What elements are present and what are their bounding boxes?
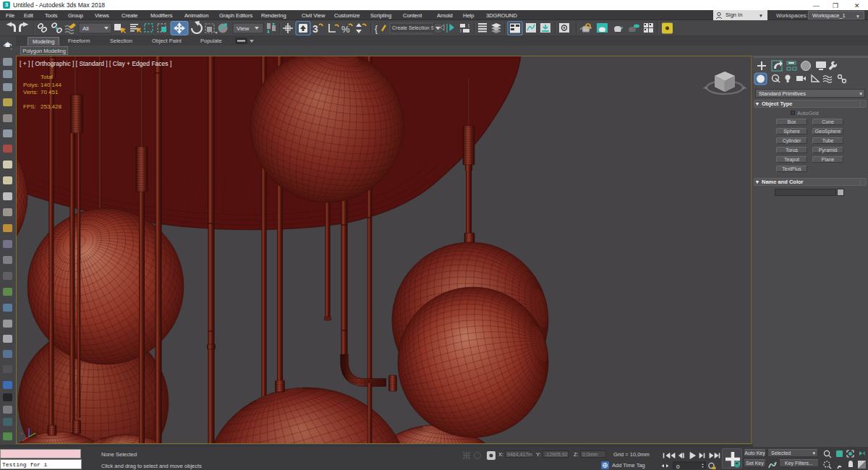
svg-text:View: View (237, 25, 249, 32)
svg-text:x: x (20, 431, 22, 435)
svg-text:70 451: 70 451 (41, 89, 59, 95)
svg-text:{: { (375, 24, 378, 34)
svg-text:253,428: 253,428 (41, 103, 61, 110)
svg-text:0: 0 (676, 463, 680, 470)
svg-text:Polys:: Polys: (23, 82, 39, 88)
svg-text:Total: Total (41, 74, 53, 80)
svg-text:All: All (82, 25, 89, 32)
svg-text:3: 3 (312, 23, 318, 35)
svg-text:Verts:: Verts: (23, 89, 38, 95)
svg-text:FPS:: FPS: (23, 103, 36, 110)
svg-text:Create Selection Se: Create Selection Se (392, 25, 437, 30)
svg-text:140 144: 140 144 (41, 82, 61, 88)
svg-text:[ + ] [ Orthographic ] [ Stand: [ + ] [ Orthographic ] [ Standard ] [ Cl… (20, 60, 171, 67)
svg-text:%: % (341, 24, 350, 35)
